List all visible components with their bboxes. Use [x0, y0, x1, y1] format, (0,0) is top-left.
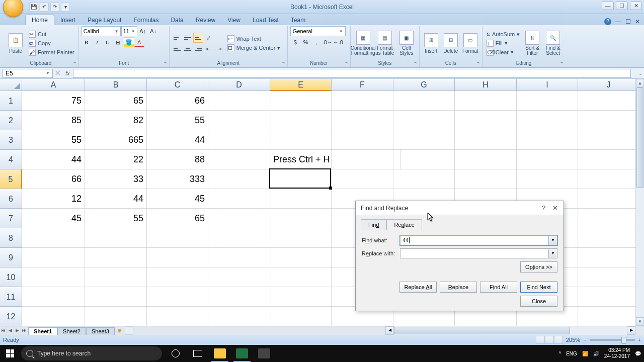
cell-J8[interactable]	[578, 228, 639, 248]
expand-formula-bar-icon[interactable]: ⌄	[637, 71, 644, 76]
zoom-in-icon[interactable]: +	[638, 337, 641, 343]
cell-B6[interactable]: 44	[85, 189, 147, 209]
cell-A10[interactable]	[22, 267, 85, 287]
row-header-2[interactable]: 2	[0, 111, 22, 130]
find-select-button[interactable]: 🔍Find & Select	[543, 28, 562, 58]
cell-H4[interactable]	[455, 150, 517, 169]
page-break-view-button[interactable]	[554, 336, 563, 344]
task-view-icon[interactable]	[187, 345, 208, 362]
row-header-10[interactable]: 10	[0, 267, 22, 287]
copy-button[interactable]: ⧉Copy	[27, 39, 76, 47]
cell-B12[interactable]	[85, 307, 147, 326]
cancel-formula-icon[interactable]: ✕	[54, 68, 61, 78]
new-sheet-icon[interactable]: ⊕	[115, 327, 125, 334]
cell-I3[interactable]	[517, 130, 578, 150]
scroll-down-icon[interactable]: ▼	[636, 317, 644, 326]
row-header-8[interactable]: 8	[0, 228, 22, 248]
excel-icon[interactable]	[231, 345, 253, 362]
cell-B9[interactable]	[85, 248, 147, 267]
cell-B1[interactable]: 65	[85, 91, 147, 111]
help-icon[interactable]: ?	[604, 18, 611, 25]
cell-B7[interactable]: 55	[85, 209, 147, 228]
cell-E8[interactable]	[270, 228, 332, 248]
fill-color-button[interactable]: 🪣	[124, 37, 134, 47]
cell-D10[interactable]	[208, 267, 270, 287]
sheet-nav-last-icon[interactable]: ⏭	[21, 326, 28, 335]
tab-review[interactable]: Review	[190, 15, 221, 25]
sheet-tab-1[interactable]: Sheet1	[28, 327, 57, 335]
vscroll-thumb[interactable]	[636, 87, 643, 188]
zoom-out-icon[interactable]: −	[583, 337, 586, 343]
indent-increase-button[interactable]: ⇥	[214, 44, 224, 54]
column-header-J[interactable]: J	[578, 79, 639, 91]
cell-G1[interactable]	[393, 91, 455, 111]
cortana-icon[interactable]	[165, 345, 186, 362]
ribbon-minimize-icon[interactable]: —	[615, 18, 621, 25]
dialog-close-icon[interactable]: ✕	[552, 204, 558, 212]
cell-A8[interactable]	[22, 228, 85, 248]
cell-H2[interactable]	[455, 111, 517, 130]
font-size-combo[interactable]: 11▼	[121, 26, 137, 36]
row-header-12[interactable]: 12	[0, 307, 22, 326]
clock[interactable]: 03:24 PM24-12-2017	[604, 347, 630, 359]
paste-button[interactable]: 📋Paste	[6, 28, 26, 58]
dialog-titlebar[interactable]: Find and Replace ? ✕	[356, 201, 564, 215]
tab-formulas[interactable]: Formulas	[127, 15, 165, 25]
indent-decrease-button[interactable]: ⇤	[204, 44, 214, 54]
save-icon[interactable]: 💾	[29, 3, 38, 12]
normal-view-button[interactable]	[536, 336, 545, 344]
start-button[interactable]	[0, 345, 20, 362]
increase-decimal-button[interactable]: .0→	[322, 37, 332, 47]
row-header-4[interactable]: 4	[0, 150, 22, 169]
format-as-table-button[interactable]: ▤Format as Table	[375, 28, 395, 58]
tab-insert[interactable]: Insert	[54, 15, 82, 25]
cell-D12[interactable]	[208, 307, 270, 326]
sheet-tab-2[interactable]: Sheet2	[57, 327, 86, 335]
cell-C10[interactable]	[147, 267, 208, 287]
row-header-1[interactable]: 1	[0, 91, 22, 111]
cell-A9[interactable]	[22, 248, 85, 267]
file-explorer-icon[interactable]	[209, 345, 230, 362]
dialog-tab-replace[interactable]: Replace	[386, 219, 422, 230]
cell-I2[interactable]	[517, 111, 578, 130]
font-color-button[interactable]: A	[134, 37, 144, 47]
conditional-formatting-button[interactable]: ▦Conditional Formatting	[353, 28, 373, 58]
cell-D7[interactable]	[208, 209, 270, 228]
wrap-text-button[interactable]: ↩Wrap Text	[226, 35, 282, 43]
cell-C11[interactable]	[147, 287, 208, 307]
zoom-level[interactable]: 205%	[566, 337, 580, 343]
horizontal-scrollbar[interactable]: ◀ ▶	[385, 326, 635, 335]
column-header-C[interactable]: C	[147, 79, 208, 91]
cell-E11[interactable]	[270, 287, 332, 307]
cell-G3[interactable]	[393, 130, 455, 150]
replace-button[interactable]: Replace	[440, 282, 477, 293]
cell-C6[interactable]: 45	[147, 189, 208, 209]
scroll-right-icon[interactable]: ▶	[627, 326, 635, 335]
fill-button[interactable]: ↓Fill ▾	[485, 39, 521, 47]
cell-E6[interactable]	[270, 189, 332, 209]
cell-F5[interactable]	[332, 169, 393, 189]
decrease-decimal-button[interactable]: ←.0	[333, 37, 343, 47]
minimize-button[interactable]: —	[602, 2, 614, 10]
cell-A2[interactable]: 85	[22, 111, 85, 130]
cell-D4[interactable]	[208, 150, 270, 169]
cell-G4[interactable]	[393, 150, 455, 169]
column-header-H[interactable]: H	[455, 79, 517, 91]
formula-input[interactable]	[73, 69, 631, 78]
orientation-button[interactable]: ⤢	[204, 33, 214, 43]
percent-button[interactable]: %	[301, 37, 311, 47]
cell-E9[interactable]	[270, 248, 332, 267]
row-header-9[interactable]: 9	[0, 248, 22, 267]
tab-load-test[interactable]: Load Test	[247, 15, 285, 25]
cell-C7[interactable]: 65	[147, 209, 208, 228]
cell-D3[interactable]	[208, 130, 270, 150]
cell-J7[interactable]	[578, 209, 639, 228]
find-next-button[interactable]: Find Next	[520, 282, 557, 293]
cell-A11[interactable]	[22, 287, 85, 307]
decrease-font-icon[interactable]: A↓	[148, 26, 158, 36]
cell-J5[interactable]	[578, 169, 639, 189]
insert-cells-button[interactable]: ⊞Insert	[422, 28, 440, 58]
find-what-input[interactable]: 44▼	[400, 235, 557, 245]
cell-A5[interactable]: 66	[22, 169, 85, 189]
cell-B11[interactable]	[85, 287, 147, 307]
